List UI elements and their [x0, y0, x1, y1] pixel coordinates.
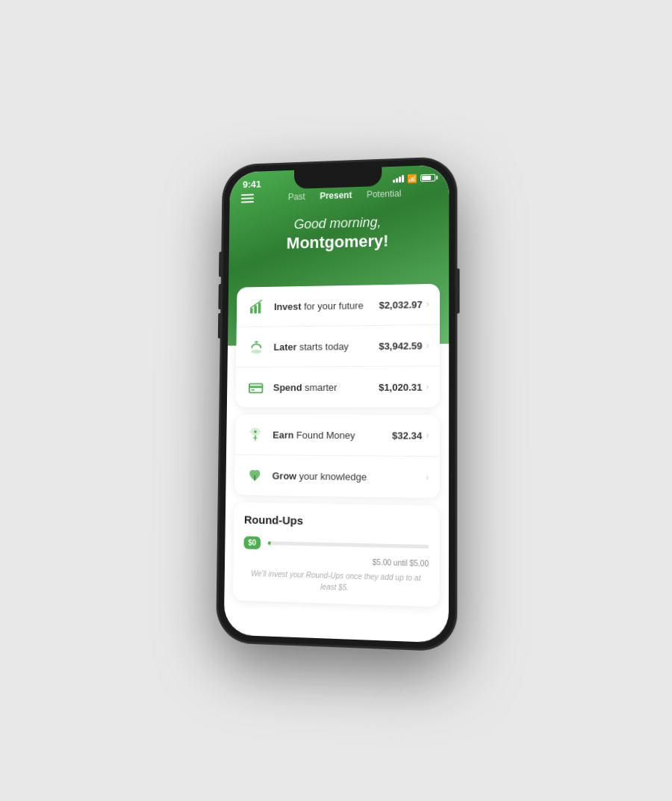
- grow-chevron: ›: [426, 472, 429, 483]
- svg-rect-8: [249, 386, 263, 388]
- spend-value: $1,020.31: [379, 381, 422, 392]
- grow-icon: [245, 465, 265, 486]
- phone-shell: 9:41 📶 P: [217, 157, 457, 652]
- progress-row: $0: [243, 536, 429, 554]
- earn-value: $32.34: [392, 430, 422, 441]
- progress-label: $5.00 until $5.00: [243, 555, 429, 568]
- nav-tab-present[interactable]: Present: [320, 190, 352, 201]
- phone-screen: 9:41 📶 P: [224, 164, 449, 643]
- grow-label: Grow your knowledge: [272, 470, 422, 483]
- invest-chevron: ›: [426, 299, 429, 309]
- greeting-line2: Montgomery!: [229, 230, 449, 255]
- svg-line-6: [256, 341, 258, 342]
- spend-label: Spend smarter: [273, 381, 379, 392]
- svg-rect-7: [249, 384, 263, 393]
- svg-line-5: [255, 341, 257, 342]
- main-accounts-card: Invest for your future $2,032.97 ›: [235, 284, 440, 407]
- svg-rect-2: [258, 303, 261, 313]
- spend-chevron: ›: [426, 382, 429, 392]
- roundups-section: Round-Ups $0 $5.00 until $5.00 We'll inv…: [233, 502, 440, 607]
- earn-row[interactable]: Earn Found Money $32.34 ›: [235, 415, 440, 457]
- grow-row[interactable]: Grow your knowledge ›: [234, 455, 440, 498]
- later-label: Later starts today: [273, 340, 379, 352]
- wifi-icon: 📶: [407, 173, 417, 183]
- status-time: 9:41: [243, 179, 261, 190]
- battery-icon: [420, 174, 435, 182]
- svg-point-3: [251, 350, 261, 354]
- nav-tab-potential[interactable]: Potential: [367, 188, 401, 200]
- progress-badge: $0: [243, 536, 261, 550]
- earn-grow-card: Earn Found Money $32.34 › Grow your know…: [234, 415, 440, 498]
- invest-label: Invest for your future: [274, 300, 379, 312]
- roundups-title: Round-Ups: [244, 513, 429, 530]
- progress-track: [268, 541, 429, 548]
- later-value: $3,942.59: [379, 340, 422, 352]
- status-icons: 📶: [393, 173, 435, 184]
- earn-chevron: ›: [426, 430, 429, 441]
- later-row[interactable]: Later starts today $3,942.59 ›: [236, 325, 440, 368]
- hamburger-menu-button[interactable]: [241, 194, 254, 203]
- svg-rect-1: [254, 306, 257, 314]
- spend-row[interactable]: Spend smarter $1,020.31 ›: [235, 366, 440, 407]
- invest-row[interactable]: Invest for your future $2,032.97 ›: [237, 284, 440, 327]
- content-area[interactable]: Invest for your future $2,032.97 ›: [224, 284, 449, 643]
- roundups-note: We'll invest your Round-Ups once they ad…: [243, 568, 429, 596]
- svg-rect-0: [250, 308, 253, 313]
- invest-icon: [246, 297, 267, 318]
- earn-label: Earn Found Money: [273, 429, 392, 441]
- signal-bars-icon: [393, 175, 404, 182]
- spend-icon: [246, 377, 266, 398]
- notch: [294, 167, 382, 189]
- nav-tab-past[interactable]: Past: [288, 191, 305, 202]
- later-chevron: ›: [426, 340, 429, 350]
- later-icon: [246, 336, 267, 357]
- greeting: Good morning, Montgomery!: [229, 213, 449, 255]
- svg-rect-9: [251, 389, 254, 391]
- earn-icon: [245, 424, 265, 445]
- progress-fill: [268, 541, 271, 545]
- invest-value: $2,032.97: [379, 299, 423, 311]
